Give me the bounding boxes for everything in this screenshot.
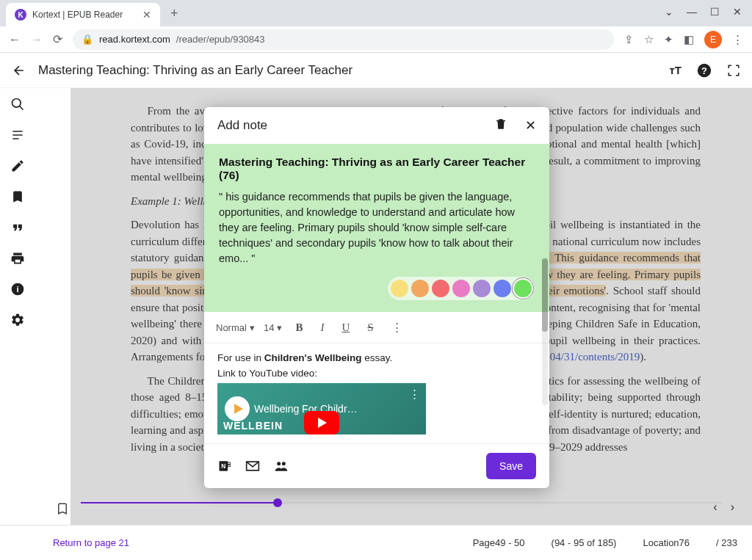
editor-toolbar: Normal ▾ 14 ▾ B I U S ⋮: [204, 312, 549, 343]
print-icon[interactable]: [10, 251, 25, 266]
url-path: /reader/epub/930843: [176, 34, 265, 45]
share-group-icon[interactable]: [273, 459, 289, 473]
strike-button[interactable]: S: [363, 320, 377, 335]
highlight-color-picker: [388, 277, 535, 300]
pencil-icon[interactable]: [10, 159, 25, 173]
bookmark-outline-icon[interactable]: [56, 502, 69, 515]
modal-scrollbar[interactable]: [542, 258, 548, 405]
favicon: K: [15, 9, 26, 21]
search-icon[interactable]: [10, 97, 25, 112]
settings-icon[interactable]: [10, 313, 25, 327]
bookmarks-icon[interactable]: [10, 189, 25, 204]
reader-back-icon[interactable]: [12, 63, 26, 78]
save-button[interactable]: Save: [486, 453, 536, 479]
browser-menu-icon[interactable]: ⋮: [732, 33, 743, 46]
nav-reload-icon[interactable]: ⟳: [53, 32, 62, 46]
svg-point-10: [282, 462, 286, 465]
close-icon[interactable]: ✕: [525, 117, 536, 134]
total-pages: / 233: [716, 537, 737, 548]
youtube-play-icon: [304, 411, 339, 434]
color-yellow[interactable]: [391, 280, 408, 297]
prev-page-icon[interactable]: ‹: [713, 501, 717, 514]
book-title: Mastering Teaching: Thriving as an Early…: [38, 63, 352, 78]
extensions-icon[interactable]: ✦: [664, 33, 673, 46]
lock-icon: 🔒: [82, 34, 93, 45]
nav-forward-icon[interactable]: →: [31, 33, 43, 46]
font-size-select[interactable]: 14 ▾: [264, 322, 282, 333]
note-editor[interactable]: For use in Children's Wellbeing essay. L…: [204, 343, 549, 443]
bookmark-star-icon[interactable]: ☆: [644, 33, 654, 46]
chevron-down-icon: ▾: [277, 322, 282, 333]
video-embed[interactable]: Wellbeing For Childr… ⋮ WELLBEIN: [217, 383, 426, 434]
page-range: (94 - 95 of 185): [552, 537, 617, 548]
svg-text:i: i: [16, 284, 18, 294]
quote-text: " his guidance recommends that pupils be…: [219, 189, 535, 266]
progress-slider[interactable]: [81, 502, 723, 503]
email-icon[interactable]: [245, 459, 260, 473]
panel-icon[interactable]: ◧: [684, 33, 694, 46]
page-number: 49 - 50: [495, 537, 524, 548]
url-input[interactable]: 🔒 read.kortext.com/reader/epub/930843: [73, 29, 614, 50]
close-window-icon[interactable]: ✕: [733, 6, 742, 18]
modal-title: Add note: [217, 118, 267, 133]
toc-icon[interactable]: [10, 128, 25, 142]
italic-button[interactable]: I: [316, 320, 328, 335]
color-pink[interactable]: [452, 280, 470, 297]
text-size-icon[interactable]: тT: [669, 64, 682, 76]
quote-source-title: Mastering Teaching: Thriving as an Early…: [219, 156, 535, 182]
paragraph-style-select[interactable]: Normal ▾: [216, 322, 255, 333]
profile-avatar[interactable]: E: [704, 31, 722, 48]
svg-point-9: [277, 462, 281, 465]
more-format-icon[interactable]: ⋮: [387, 319, 407, 335]
next-page-icon[interactable]: ›: [731, 501, 734, 514]
quote-icon[interactable]: [10, 220, 25, 235]
color-red[interactable]: [432, 280, 449, 297]
share-icon[interactable]: ⇪: [624, 33, 634, 46]
url-host: read.kortext.com: [99, 34, 170, 45]
svg-text:?: ?: [701, 65, 707, 76]
svg-rect-6: [228, 462, 230, 465]
color-purple[interactable]: [473, 280, 491, 297]
highlight-quote: Mastering Teaching: Thriving as an Early…: [204, 144, 549, 312]
new-tab-button[interactable]: +: [166, 6, 183, 21]
location-number: 76: [679, 537, 690, 548]
browser-tab[interactable]: K Kortext | EPUB Reader ✕: [6, 3, 160, 26]
underline-button[interactable]: U: [337, 320, 354, 335]
maximize-icon[interactable]: ☐: [710, 6, 720, 18]
help-icon[interactable]: ?: [696, 62, 712, 79]
fullscreen-icon[interactable]: [727, 64, 740, 77]
tab-title: Kortext | EPUB Reader: [32, 10, 123, 20]
return-to-page-link[interactable]: Return to page 21: [53, 537, 129, 548]
nav-back-icon[interactable]: ←: [9, 33, 21, 46]
color-orange[interactable]: [411, 280, 429, 297]
minimize-icon[interactable]: —: [687, 6, 697, 18]
color-blue[interactable]: [494, 280, 511, 297]
svg-text:N: N: [221, 462, 225, 470]
color-green-selected[interactable]: [514, 280, 532, 297]
reader-sidebar: i: [0, 88, 35, 525]
info-icon[interactable]: i: [10, 282, 25, 297]
reader-footer: ‹ › Return to page 21 Page49 - 50 (94 - …: [0, 525, 752, 560]
address-bar: ← → ⟳ 🔒 read.kortext.com/reader/epub/930…: [0, 26, 752, 53]
chevron-down-icon: ▾: [250, 322, 255, 333]
delete-icon[interactable]: [494, 117, 507, 134]
tab-close-icon[interactable]: ✕: [142, 9, 151, 21]
play-icon: [225, 396, 250, 421]
browser-tab-strip: K Kortext | EPUB Reader ✕ + ⌄ — ☐ ✕: [0, 0, 752, 26]
onenote-icon[interactable]: N: [217, 459, 232, 473]
svg-point-2: [12, 99, 21, 108]
reader-header: Mastering Teaching: Thriving as an Early…: [0, 53, 752, 88]
add-note-modal: Add note ✕ Mastering Teaching: Thriving …: [204, 107, 549, 488]
svg-rect-7: [228, 465, 230, 467]
bold-button[interactable]: B: [291, 320, 307, 335]
caret-down-icon[interactable]: ⌄: [665, 6, 673, 18]
window-controls: ⌄ — ☐ ✕: [654, 0, 752, 23]
